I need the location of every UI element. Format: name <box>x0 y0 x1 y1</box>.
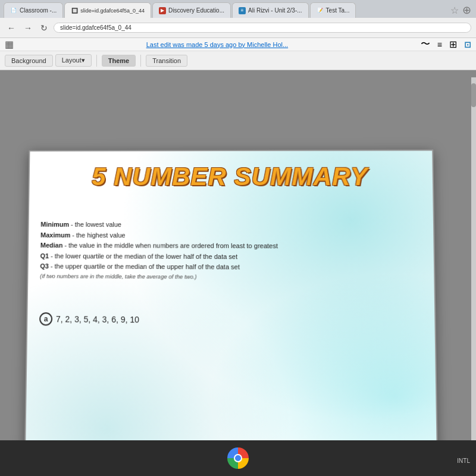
bookmark-icon[interactable]: ☆ <box>450 5 459 16</box>
def-q3-text: - the upper quartile or the median of th… <box>51 262 240 270</box>
trend-icon: 〜 <box>421 38 430 51</box>
chrome-center <box>234 454 242 462</box>
refresh-button[interactable]: ↻ <box>38 22 50 34</box>
apps-icon[interactable]: ▦ <box>5 39 14 50</box>
term-q1: Q1 <box>40 252 49 259</box>
slide: 5 NUMBER SUMMARY Minimum - the lowest va… <box>24 149 439 440</box>
back-button[interactable]: ← <box>5 22 18 34</box>
tab-ali[interactable]: ≡ Ali Rizvi - Unit 2/3-... <box>232 2 309 18</box>
notification-area: ☆ ⊕ <box>450 0 476 20</box>
def-note-text: (If two numbers are in the middle, take … <box>40 273 197 280</box>
def-median: Median - the value in the middle when nu… <box>40 240 421 252</box>
tab-label-classroom: Classroom -... <box>20 7 57 14</box>
layout-button[interactable]: Layout▾ <box>55 54 92 67</box>
menu-bar: ▦ Last edit was made 5 days ago by Miche… <box>0 38 476 51</box>
toolbar-divider <box>96 55 97 67</box>
tab-icon-test: 📝 <box>317 7 324 14</box>
term-q3: Q3 <box>40 262 49 270</box>
tab-label-test: Test Ta... <box>326 7 350 14</box>
tab-label-discovery: Discovery Educatio... <box>168 7 224 14</box>
slide-toolbar: Background Layout▾ Theme Transition <box>0 51 476 70</box>
def-minimum-text: - the lowest value <box>71 221 121 228</box>
tab-test[interactable]: 📝 Test Ta... <box>310 2 356 18</box>
expand-icon[interactable]: ⊡ <box>464 40 471 49</box>
tab-discovery[interactable]: ▶ Discovery Educatio... <box>152 2 231 18</box>
chrome-icon[interactable] <box>227 447 249 469</box>
tab-label-ali: Ali Rizvi - Unit 2/3-... <box>248 7 302 14</box>
nav-bar: ← → ↻ slide=id.gdafce64f5a_0_44 ☆ ⊕ <box>0 18 476 38</box>
tab-icon-classroom: 📄 <box>10 7 17 14</box>
def-q1: Q1 - the lower quartile or the median of… <box>40 251 422 262</box>
term-median: Median <box>40 242 63 249</box>
extension-icon[interactable]: ⊕ <box>462 4 471 17</box>
intl-text: INTL <box>457 458 470 464</box>
taskbar-right: INTL <box>457 458 470 464</box>
slide-title: 5 NUMBER SUMMARY <box>69 163 392 191</box>
doc-icon: ≡ <box>437 40 442 49</box>
number-sequence: 7, 2, 3, 5, 4, 3, 6, 9, 10 <box>56 314 139 324</box>
browser-chrome: 📄 Classroom -... 🔲 slide=id.gdafce64f5a_… <box>0 0 476 71</box>
tab-bar: 📄 Classroom -... 🔲 slide=id.gdafce64f5a_… <box>0 0 476 18</box>
tab-icon-ali: ≡ <box>239 7 246 14</box>
def-q1-text: - the lower quartile or the median of th… <box>51 252 237 260</box>
slide-wrapper: 5 NUMBER SUMMARY Minimum - the lowest va… <box>24 149 439 440</box>
scrollbar-thumb[interactable] <box>471 83 476 107</box>
def-note: (If two numbers are in the middle, take … <box>40 272 422 282</box>
def-median-text: - the value in the middle when numbers a… <box>64 242 278 249</box>
tab-slides[interactable]: 🔲 slide=id.gdafce64f5a_0_44 <box>64 2 151 18</box>
def-maximum-text: - the highest value <box>72 231 125 239</box>
slide-title-container: 5 NUMBER SUMMARY <box>69 163 392 191</box>
theme-button[interactable]: Theme <box>102 55 136 67</box>
slide-background <box>25 151 437 440</box>
forward-button[interactable]: → <box>21 22 35 34</box>
taskbar: INTL <box>0 440 476 476</box>
problem-row: a 7, 2, 3, 5, 4, 3, 6, 9, 10 <box>39 312 422 328</box>
slide-area: 5 NUMBER SUMMARY Minimum - the lowest va… <box>0 70 476 440</box>
last-edit-notice: Last edit was made 5 days ago by Michell… <box>21 41 414 48</box>
transition-button[interactable]: Transition <box>146 55 187 67</box>
problem-letter: a <box>39 312 52 325</box>
tab-icon-discovery: ▶ <box>159 7 166 14</box>
vertical-scrollbar[interactable] <box>471 77 476 440</box>
address-text: slide=id.gdafce64f5a_0_44 <box>60 24 131 31</box>
tab-classroom[interactable]: 📄 Classroom -... <box>4 2 63 18</box>
term-maximum: Maximum <box>40 231 70 238</box>
def-q3: Q3 - the upper quartile or the median of… <box>40 261 421 273</box>
definitions-section: Minimum - the lowest value Maximum - the… <box>40 220 422 283</box>
def-maximum: Maximum - the highest value <box>40 230 421 240</box>
toolbar-divider-2 <box>140 55 141 67</box>
tab-label-slides: slide=id.gdafce64f5a_0_44 <box>80 8 145 14</box>
def-minimum: Minimum - the lowest value <box>40 220 421 230</box>
term-minimum: Minimum <box>40 221 69 228</box>
tab-icon-slides: 🔲 <box>71 7 78 14</box>
background-button[interactable]: Background <box>5 55 53 67</box>
address-bar[interactable]: slide=id.gdafce64f5a_0_44 <box>54 23 471 33</box>
add-icon[interactable]: ⊞ <box>449 39 457 50</box>
problem-section: a 7, 2, 3, 5, 4, 3, 6, 9, 10 Numbers in … <box>39 312 422 333</box>
